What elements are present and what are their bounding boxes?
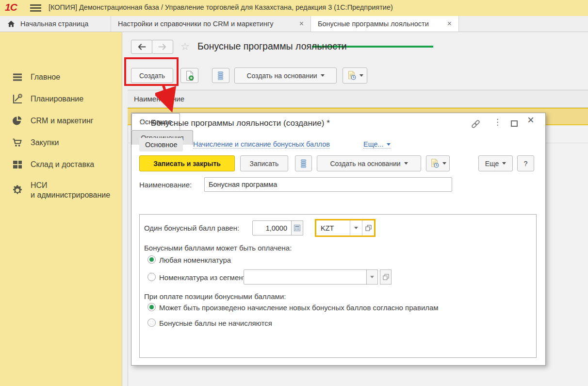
dialog-title: Бонусные программы лояльности (создание)… — [151, 118, 330, 128]
bonus-program-dialog: ☆ Бонусные программы лояльности (создани… — [131, 113, 546, 366]
title-bar: 1С [КОПИЯ] Демонстрационная база / Управ… — [0, 0, 588, 16]
dropdown-arrow-icon — [321, 74, 325, 77]
dropdown-arrow-icon — [442, 162, 446, 165]
calculator-button[interactable] — [291, 220, 303, 235]
create-button[interactable]: Создать — [131, 68, 173, 83]
list-settings-button[interactable] — [295, 155, 312, 171]
point-rate-input[interactable] — [252, 220, 292, 235]
create-based-on-button[interactable]: Создать на основании — [317, 155, 421, 171]
menu-lines-icon — [12, 71, 23, 83]
currency-open-button[interactable] — [362, 220, 374, 235]
dialog-nav-main[interactable]: Основное — [139, 138, 183, 151]
sidebar-item-main[interactable]: Главное — [0, 66, 122, 88]
new-document-plus-icon — [185, 70, 195, 81]
link-label: Еще... — [363, 140, 384, 148]
get-link-icon[interactable] — [470, 118, 481, 130]
report-menu-button[interactable] — [343, 67, 367, 84]
name-field-label: Наименование: — [139, 181, 192, 189]
tab-close-icon[interactable]: × — [447, 19, 452, 28]
button-label: Еще — [485, 160, 499, 168]
radio-any-nomenclature-label[interactable]: Любая номенклатура — [159, 256, 231, 264]
list-settings-button[interactable] — [212, 68, 229, 83]
tab-bonus-programs[interactable]: Бонусные программы лояльности × — [311, 16, 459, 32]
create-based-on-button[interactable]: Создать на основании — [234, 67, 337, 84]
segment-open-button[interactable] — [380, 269, 392, 285]
help-button[interactable]: ? — [517, 155, 534, 171]
open-item-icon — [365, 225, 372, 231]
back-button[interactable] — [131, 40, 152, 54]
forward-button[interactable] — [152, 40, 173, 54]
radio-accrue-new-label[interactable]: Может быть произведено начисление новых … — [159, 303, 439, 312]
tab-label: Настройки и справочники по CRM и маркети… — [118, 20, 274, 28]
currency-value: KZT — [316, 220, 350, 235]
gear-icon — [12, 185, 23, 196]
sidebar-item-purchases[interactable]: Закупки — [0, 132, 122, 153]
sidebar-item-label: CRM и маркетинг — [31, 117, 94, 125]
radio-any-nomenclature[interactable] — [147, 255, 156, 264]
forward-arrow-icon — [158, 43, 167, 50]
pie-chart-icon — [12, 115, 23, 127]
sidebar-item-nsi-admin[interactable]: НСИи администрирование — [0, 177, 122, 204]
name-input[interactable] — [204, 177, 452, 192]
button-label: Создать на основании — [246, 72, 317, 80]
radio-no-accrue[interactable] — [147, 319, 156, 327]
main-menu-icon[interactable] — [30, 4, 41, 12]
radio-no-accrue-label[interactable]: Бонусные баллы не начисляются — [159, 319, 272, 327]
list-stack-icon — [299, 158, 308, 168]
dropdown-arrow-icon — [354, 227, 358, 229]
sidebar-item-label: Главное — [31, 73, 60, 82]
more-button[interactable]: Еще — [478, 155, 513, 171]
main-tab-panel: Один бонусный балл равен: KZT Бонусными … — [139, 214, 537, 358]
radio-segment-nomenclature-label[interactable]: Номенклатура из сегмента — [159, 273, 250, 282]
home-icon — [7, 19, 16, 28]
tab-home[interactable]: Начальная страница — [0, 16, 111, 32]
dropdown-arrow-icon — [404, 162, 408, 165]
page-title: Бонусные программы лояльности — [197, 41, 347, 52]
open-item-icon — [383, 274, 389, 280]
1c-logo-icon: 1С — [5, 1, 17, 13]
app-title: [КОПИЯ] Демонстрационная база / Управлен… — [49, 3, 393, 11]
save-and-close-button[interactable]: Записать и закрыть — [139, 155, 235, 171]
dialog-nav-points-link[interactable]: Начисление и списание бонусных баллов — [193, 140, 330, 149]
tab-close-icon[interactable]: × — [299, 19, 304, 28]
sidebar-item-label: Закупки — [31, 138, 59, 147]
sections-sidebar: Главное Планирование CRM и маркетинг Зак… — [0, 32, 122, 386]
sidebar-item-planning[interactable]: Планирование — [0, 88, 122, 110]
application-window: 1С [КОПИЯ] Демонстрационная база / Управ… — [0, 0, 588, 386]
calculator-icon — [294, 224, 301, 232]
maximize-icon[interactable] — [511, 120, 518, 127]
favorite-star-icon[interactable]: ☆ — [138, 117, 147, 127]
document-clock-icon — [347, 70, 357, 81]
tab-bar: Начальная страница Настройки и справочни… — [0, 16, 588, 32]
currency-combobox[interactable]: KZT — [315, 219, 376, 237]
tab-crm-settings[interactable]: Настройки и справочники по CRM и маркети… — [111, 16, 311, 32]
segment-input[interactable] — [244, 269, 367, 285]
radio-segment-nomenclature[interactable] — [147, 273, 156, 281]
dropdown-arrow-icon — [502, 162, 506, 165]
dropdown-arrow-icon — [370, 276, 374, 278]
sidebar-item-warehouse[interactable]: Склад и доставка — [0, 153, 122, 175]
save-button[interactable]: Записать — [240, 155, 288, 171]
sidebar-item-label: НСИи администрирование — [31, 181, 110, 200]
cart-icon — [12, 137, 23, 149]
planning-chart-icon — [12, 93, 23, 105]
more-vertical-icon[interactable]: ⋮ — [493, 118, 502, 126]
tab-label: Начальная страница — [20, 20, 88, 28]
dialog-nav-more-link[interactable]: Еще... — [363, 140, 391, 149]
radio-accrue-new[interactable] — [147, 303, 156, 311]
copy-item-button[interactable] — [180, 68, 198, 83]
payable-section-label: Бонусными баллами может быть оплачена: — [144, 244, 292, 252]
grid-boxes-icon — [12, 159, 23, 170]
sidebar-item-crm[interactable]: CRM и маркетинг — [0, 110, 122, 132]
currency-dropdown-button[interactable] — [350, 220, 362, 235]
report-menu-button[interactable] — [426, 155, 450, 171]
sidebar-item-label: Склад и доставка — [31, 160, 94, 169]
segment-dropdown-button[interactable] — [366, 269, 378, 285]
favorite-star-icon[interactable]: ☆ — [180, 41, 190, 51]
close-dialog-icon[interactable]: × — [527, 114, 534, 126]
sidebar-item-label: Планирование — [31, 95, 83, 103]
point-rate-label: Один бонусный балл равен: — [144, 224, 239, 232]
document-clock-icon — [430, 158, 440, 168]
tab-label: Бонусные программы лояльности — [318, 20, 429, 28]
column-header-name[interactable]: Наименование — [128, 90, 588, 108]
